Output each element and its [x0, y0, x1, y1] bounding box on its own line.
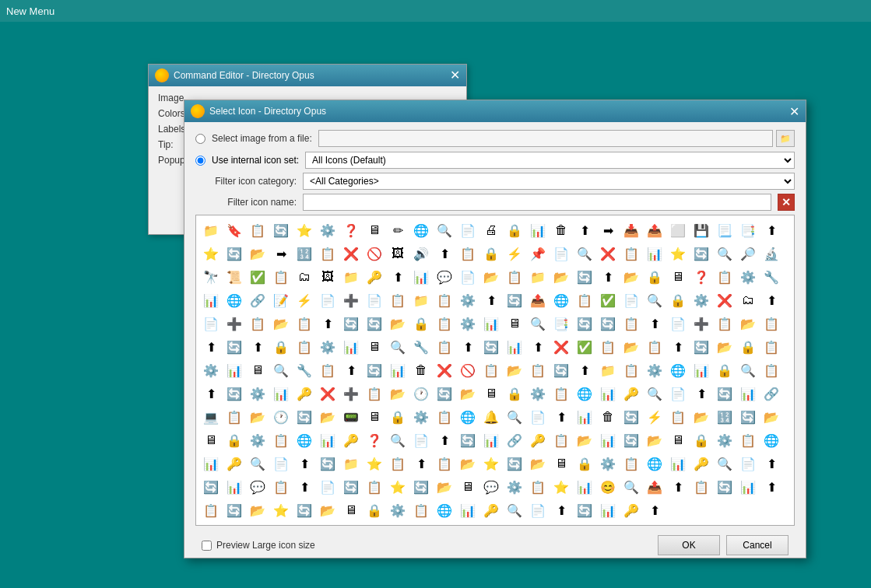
icon-cell[interactable]: 🔑 — [223, 452, 246, 475]
icon-cell[interactable]: 📋 — [620, 242, 643, 265]
icon-cell[interactable]: 🖼 — [386, 242, 409, 265]
icon-cell[interactable]: ⬆ — [573, 219, 596, 242]
icon-cell[interactable]: 🖥 — [550, 452, 573, 475]
icon-cell[interactable]: 🖥 — [456, 475, 479, 499]
icon-cell[interactable]: 🔔 — [479, 405, 503, 429]
icon-cell[interactable]: 🖨 — [479, 219, 503, 242]
icon-cell[interactable]: ⬆ — [760, 289, 783, 312]
icon-cell[interactable]: 📋 — [386, 452, 409, 475]
icon-cell[interactable]: 📋 — [503, 265, 526, 289]
icon-cell[interactable]: ✅ — [596, 289, 620, 312]
select-from-file-radio[interactable] — [195, 134, 205, 144]
icon-cell[interactable]: 🔄 — [223, 499, 246, 522]
icon-cell[interactable]: 📋 — [316, 242, 339, 265]
icon-cell[interactable]: ⬆ — [293, 452, 316, 475]
icon-cell[interactable]: ⬆ — [199, 382, 223, 405]
icon-cell[interactable]: 📜 — [223, 265, 246, 289]
icon-cell[interactable]: ⚙️ — [713, 429, 736, 452]
icon-cell[interactable]: 🔒 — [690, 429, 713, 452]
icon-cell[interactable]: ✅ — [573, 335, 596, 359]
icon-cell[interactable]: 📊 — [456, 499, 479, 522]
icon-cell[interactable]: 📄 — [363, 289, 386, 312]
icon-cell[interactable]: 📋 — [526, 475, 550, 499]
icon-cell[interactable]: 📂 — [269, 312, 293, 335]
icon-cell[interactable]: ⚙️ — [690, 289, 713, 312]
icon-cell[interactable]: 📊 — [386, 359, 409, 382]
icon-cell[interactable]: 💻 — [199, 405, 223, 429]
icon-cell[interactable]: 🔑 — [293, 382, 316, 405]
icon-cell[interactable]: 🗑 — [409, 359, 433, 382]
icon-cell[interactable]: 😊 — [596, 475, 620, 499]
preview-large-checkbox[interactable] — [202, 541, 212, 551]
icon-cell[interactable]: ⚙️ — [596, 452, 620, 475]
icon-cell[interactable]: 🗑 — [596, 405, 620, 429]
select-icon-close-button[interactable]: ✕ — [789, 104, 799, 119]
icon-cell[interactable]: 📋 — [293, 335, 316, 359]
icon-cell[interactable]: ❓ — [363, 429, 386, 452]
icon-cell[interactable]: 📂 — [479, 265, 503, 289]
icon-cell[interactable]: 🔍 — [713, 242, 736, 265]
icon-cell[interactable]: 📋 — [433, 289, 456, 312]
icon-cell[interactable]: 🔄 — [199, 475, 223, 499]
icon-cell[interactable]: 🔄 — [269, 219, 293, 242]
icon-cell[interactable]: 🔒 — [666, 289, 690, 312]
icon-cell[interactable]: 📂 — [620, 265, 643, 289]
icon-grid-container[interactable]: 📁🔖📋🔄⭐⚙️❓🖥✏🌐🔍📄🖨🔒📊🗑⬆➡📥📤⬜💾📃📑⬆⭐🔄📂➡🔢📋❌🚫🖼🔊⬆📋🔒⚡… — [195, 215, 795, 526]
icon-cell[interactable]: ⭐ — [363, 452, 386, 475]
icon-cell[interactable]: 🚫 — [363, 242, 386, 265]
icon-cell[interactable]: ❌ — [433, 359, 456, 382]
icon-cell[interactable]: ⬆ — [386, 265, 409, 289]
icon-cell[interactable]: 📋 — [409, 499, 433, 522]
icon-cell[interactable]: 📋 — [620, 312, 643, 335]
icon-cell[interactable]: 📂 — [620, 335, 643, 359]
icon-cell[interactable]: ⬆ — [643, 312, 666, 335]
icon-cell[interactable]: 📊 — [479, 429, 503, 452]
icon-cell[interactable]: ⬆ — [666, 475, 690, 499]
icon-cell[interactable]: 📋 — [550, 382, 573, 405]
icon-cell[interactable]: ❌ — [550, 335, 573, 359]
icon-cell[interactable]: 📋 — [386, 289, 409, 312]
icon-cell[interactable]: 🔍 — [246, 452, 269, 475]
icon-cell[interactable]: 📄 — [526, 405, 550, 429]
icon-cell[interactable]: ➕ — [339, 382, 363, 405]
clear-filter-button[interactable]: ✕ — [778, 194, 795, 211]
icon-cell[interactable]: 🔄 — [339, 312, 363, 335]
icon-cell[interactable]: 🔍 — [643, 289, 666, 312]
icon-cell[interactable]: ❓ — [690, 265, 713, 289]
icon-cell[interactable]: 📊 — [596, 382, 620, 405]
icon-cell[interactable]: 📋 — [666, 405, 690, 429]
icon-cell[interactable]: 🕐 — [409, 382, 433, 405]
icon-cell[interactable]: 📥 — [620, 219, 643, 242]
icon-cell[interactable]: 📊 — [526, 219, 550, 242]
icon-cell[interactable]: 📋 — [433, 312, 456, 335]
icon-cell[interactable]: 📄 — [620, 289, 643, 312]
icon-cell[interactable]: 📊 — [199, 289, 223, 312]
icon-cell[interactable]: 🔄 — [223, 335, 246, 359]
icon-cell[interactable]: ⬆ — [643, 499, 666, 522]
icon-cell[interactable]: 🖥 — [666, 429, 690, 452]
icon-cell[interactable]: 📑 — [550, 312, 573, 335]
icon-cell[interactable]: 🔢 — [293, 242, 316, 265]
icon-cell[interactable]: 📋 — [269, 475, 293, 499]
icon-cell[interactable]: 🔒 — [269, 335, 293, 359]
icon-cell[interactable]: 📊 — [736, 475, 760, 499]
icon-cell[interactable]: 📁 — [339, 265, 363, 289]
icon-cell[interactable]: 🌐 — [550, 289, 573, 312]
icon-cell[interactable]: 🔒 — [713, 359, 736, 382]
file-path-input[interactable] — [318, 130, 773, 147]
icon-cell[interactable]: 📂 — [456, 452, 479, 475]
icon-cell[interactable]: 📊 — [596, 499, 620, 522]
icon-cell[interactable]: 🔭 — [199, 265, 223, 289]
icon-cell[interactable]: ⬆ — [690, 382, 713, 405]
icon-cell[interactable]: 📋 — [573, 289, 596, 312]
icon-cell[interactable]: ⚡ — [643, 405, 666, 429]
icon-cell[interactable]: 🔒 — [479, 242, 503, 265]
icon-cell[interactable]: 🔄 — [503, 289, 526, 312]
icon-cell[interactable]: 🔄 — [573, 312, 596, 335]
icon-cell[interactable]: ⬆ — [760, 452, 783, 475]
icon-cell[interactable]: ⬆ — [479, 289, 503, 312]
icon-cell[interactable]: ⚙️ — [409, 405, 433, 429]
icon-cell[interactable]: 📊 — [339, 335, 363, 359]
icon-cell[interactable]: 📁 — [199, 219, 223, 242]
icon-cell[interactable]: ⬆ — [433, 429, 456, 452]
